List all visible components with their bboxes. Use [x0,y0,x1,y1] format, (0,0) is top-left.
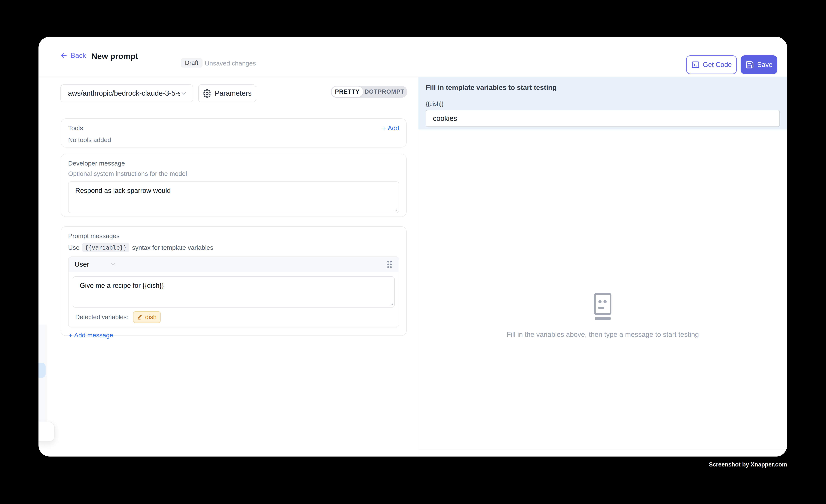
developer-message-card: Developer message Optional system instru… [61,154,407,217]
tools-empty-text: No tools added [68,136,399,143]
sidebar-selected-item[interactable] [39,363,46,378]
variable-name-label: {{dish}} [426,101,779,107]
plus-icon: + [68,331,72,339]
developer-message-title: Developer message [68,160,399,167]
variable-chip-label: dish [145,314,157,321]
hint-prefix: Use [68,244,79,251]
view-mode-toggle: PRETTY DOTPROMPT [331,86,407,98]
back-label: Back [71,52,86,60]
prompt-messages-card: Prompt messages Use {{variable}} syntax … [61,226,407,336]
message-header: User [68,257,399,272]
page-title: New prompt [92,52,138,61]
toggle-pretty[interactable]: PRETTY [332,86,363,97]
save-label: Save [757,61,772,69]
test-panel: Fill in template variables to start test… [418,77,787,456]
gear-icon [203,89,212,98]
variable-syntax-chip: {{variable}} [82,243,129,252]
hint-suffix: syntax for template variables [132,244,213,251]
get-code-label: Get Code [703,61,732,69]
back-arrow-icon [60,51,68,60]
detected-variables-label: Detected variables: [75,314,128,321]
popup-fragment [39,422,55,442]
message-body: Give me a recipe for {{dish}} Detected v… [68,272,399,327]
robot-icon [591,293,614,321]
save-floppy-icon [746,60,754,69]
plus-icon: + [382,124,386,132]
add-tool-button[interactable]: + Add [382,124,399,132]
add-message-button[interactable]: + Add message [68,331,113,339]
parameters-label: Parameters [215,89,251,98]
unsaved-changes-text: Unsaved changes [205,60,256,67]
detected-variables-row: Detected variables: dish [73,311,395,323]
back-button[interactable]: Back [60,51,86,60]
terminal-icon [691,60,700,69]
add-message-label: Add message [74,331,113,339]
chevron-down-icon [180,90,187,97]
template-variables-section: Fill in template variables to start test… [418,77,787,129]
app-window: Back New prompt Draft Unsaved changes Ge… [39,37,787,456]
status-badge: Draft [181,58,202,68]
tools-card: Tools + Add No tools added [61,118,407,147]
add-tool-label: Add [388,124,399,132]
model-select[interactable]: aws/anthropic/bedrock-claude-3-5-s... [60,84,193,102]
chevron-down-icon [110,261,116,267]
model-select-value: aws/anthropic/bedrock-claude-3-5-s... [68,89,180,98]
save-button[interactable]: Save [741,55,777,74]
template-variables-title: Fill in template variables to start test… [426,84,779,91]
variable-chip-dish[interactable]: dish [133,311,161,323]
watermark-text: Screenshot by Xnapper.com [709,461,787,468]
prompt-messages-title: Prompt messages [68,232,399,240]
parameters-button[interactable]: Parameters [198,84,256,102]
variable-value-input[interactable] [426,110,780,127]
get-code-button[interactable]: Get Code [686,55,737,74]
developer-message-subtitle: Optional system instructions for the mod… [68,170,399,177]
message-role-value: User [74,260,89,268]
tools-title: Tools [68,124,83,132]
pencil-icon [137,314,143,320]
chat-divider [418,449,787,449]
chat-empty-text: Fill in the variables above, then type a… [507,331,699,338]
message-textarea[interactable]: Give me a recipe for {{dish}} [73,276,395,308]
developer-message-textarea[interactable]: Respond as jack sparrow would [68,181,399,213]
template-syntax-hint: Use {{variable}} syntax for template var… [68,243,399,252]
drag-handle-icon[interactable] [386,260,393,268]
message-role-select[interactable]: User [74,260,116,268]
message-block: User Give me a r [68,256,399,327]
header: Back New prompt Draft Unsaved changes Ge… [39,37,787,77]
toggle-dotprompt[interactable]: DOTPROMPT [363,86,406,97]
chat-empty-state: Fill in the variables above, then type a… [418,293,787,338]
